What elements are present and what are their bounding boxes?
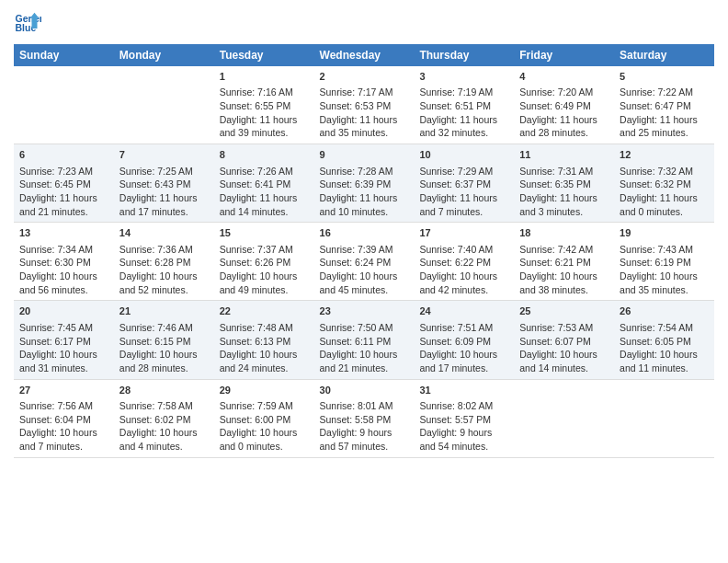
day-info: Sunrise: 8:01 AM Sunset: 5:58 PM Dayligh…: [320, 399, 409, 454]
day-info: Sunrise: 7:50 AM Sunset: 6:11 PM Dayligh…: [320, 321, 409, 375]
day-info: Sunrise: 7:43 AM Sunset: 6:19 PM Dayligh…: [620, 243, 709, 297]
calendar-cell: 1Sunrise: 7:16 AM Sunset: 6:55 PM Daylig…: [214, 66, 314, 144]
calendar-cell: 22Sunrise: 7:48 AM Sunset: 6:13 PM Dayli…: [214, 301, 314, 379]
day-number: 9: [320, 148, 409, 162]
calendar-cell: 21Sunrise: 7:46 AM Sunset: 6:15 PM Dayli…: [114, 301, 214, 379]
weekday-header-wednesday: Wednesday: [314, 44, 415, 66]
day-info: Sunrise: 7:46 AM Sunset: 6:15 PM Dayligh…: [119, 321, 209, 375]
logo: General Blue: [14, 9, 45, 37]
calendar-cell: 27Sunrise: 7:56 AM Sunset: 6:04 PM Dayli…: [14, 379, 114, 457]
calendar-cell: 15Sunrise: 7:37 AM Sunset: 6:26 PM Dayli…: [214, 223, 314, 301]
weekday-header-friday: Friday: [514, 44, 614, 66]
calendar-cell: 17Sunrise: 7:40 AM Sunset: 6:22 PM Dayli…: [414, 223, 514, 301]
day-info: Sunrise: 7:45 AM Sunset: 6:17 PM Dayligh…: [19, 321, 108, 375]
day-number: 13: [19, 226, 108, 240]
day-number: 18: [519, 226, 609, 240]
day-number: 28: [119, 384, 209, 397]
day-number: 14: [119, 226, 209, 240]
day-number: 29: [220, 384, 309, 397]
calendar-cell: 11Sunrise: 7:31 AM Sunset: 6:35 PM Dayli…: [514, 144, 614, 223]
day-number: 25: [519, 304, 609, 318]
day-info: Sunrise: 7:17 AM Sunset: 6:53 PM Dayligh…: [320, 86, 409, 140]
day-info: Sunrise: 7:29 AM Sunset: 6:37 PM Dayligh…: [419, 165, 508, 219]
calendar-week-row: 1Sunrise: 7:16 AM Sunset: 6:55 PM Daylig…: [14, 66, 714, 144]
day-number: 15: [220, 226, 309, 240]
weekday-header-sunday: Sunday: [14, 44, 114, 66]
day-number: 2: [320, 70, 409, 84]
day-number: 8: [220, 148, 309, 162]
day-number: 10: [419, 148, 508, 162]
day-info: Sunrise: 7:59 AM Sunset: 6:00 PM Dayligh…: [220, 399, 309, 454]
calendar-cell: 29Sunrise: 7:59 AM Sunset: 6:00 PM Dayli…: [214, 379, 314, 457]
day-info: Sunrise: 7:56 AM Sunset: 6:04 PM Dayligh…: [19, 399, 108, 454]
day-info: Sunrise: 7:48 AM Sunset: 6:13 PM Dayligh…: [220, 321, 309, 375]
logo-icon: General Blue: [14, 9, 41, 37]
calendar-cell: 13Sunrise: 7:34 AM Sunset: 6:30 PM Dayli…: [14, 223, 114, 301]
calendar-cell: 16Sunrise: 7:39 AM Sunset: 6:24 PM Dayli…: [314, 223, 415, 301]
weekday-header-thursday: Thursday: [414, 44, 514, 66]
calendar-week-row: 27Sunrise: 7:56 AM Sunset: 6:04 PM Dayli…: [14, 379, 714, 457]
calendar-cell: 8Sunrise: 7:26 AM Sunset: 6:41 PM Daylig…: [214, 144, 314, 223]
calendar-cell: 9Sunrise: 7:28 AM Sunset: 6:39 PM Daylig…: [314, 144, 415, 223]
weekday-row: SundayMondayTuesdayWednesdayThursdayFrid…: [14, 44, 714, 66]
day-number: 22: [220, 304, 309, 318]
weekday-header-monday: Monday: [114, 44, 214, 66]
weekday-header-saturday: Saturday: [614, 44, 714, 66]
day-number: 20: [19, 304, 108, 318]
day-info: Sunrise: 7:23 AM Sunset: 6:45 PM Dayligh…: [19, 165, 108, 219]
calendar-header: SundayMondayTuesdayWednesdayThursdayFrid…: [14, 44, 714, 66]
day-info: Sunrise: 7:34 AM Sunset: 6:30 PM Dayligh…: [19, 243, 108, 297]
day-info: Sunrise: 8:02 AM Sunset: 5:57 PM Dayligh…: [419, 399, 508, 454]
calendar-week-row: 13Sunrise: 7:34 AM Sunset: 6:30 PM Dayli…: [14, 223, 714, 301]
calendar-cell: 31Sunrise: 8:02 AM Sunset: 5:57 PM Dayli…: [414, 379, 514, 457]
calendar-week-row: 20Sunrise: 7:45 AM Sunset: 6:17 PM Dayli…: [14, 301, 714, 379]
calendar-cell: 7Sunrise: 7:25 AM Sunset: 6:43 PM Daylig…: [114, 144, 214, 223]
calendar-cell: 25Sunrise: 7:53 AM Sunset: 6:07 PM Dayli…: [514, 301, 614, 379]
day-info: Sunrise: 7:36 AM Sunset: 6:28 PM Dayligh…: [119, 243, 209, 297]
calendar-cell: [514, 379, 614, 457]
calendar-cell: 23Sunrise: 7:50 AM Sunset: 6:11 PM Dayli…: [314, 301, 415, 379]
calendar-cell: 20Sunrise: 7:45 AM Sunset: 6:17 PM Dayli…: [14, 301, 114, 379]
calendar-cell: [114, 66, 214, 144]
day-info: Sunrise: 7:16 AM Sunset: 6:55 PM Dayligh…: [220, 86, 309, 140]
day-info: Sunrise: 7:32 AM Sunset: 6:32 PM Dayligh…: [620, 165, 709, 219]
day-info: Sunrise: 7:20 AM Sunset: 6:49 PM Dayligh…: [519, 86, 609, 140]
day-number: 5: [620, 70, 709, 84]
day-number: 3: [419, 70, 508, 84]
page-header: General Blue: [14, 9, 714, 37]
calendar-cell: 12Sunrise: 7:32 AM Sunset: 6:32 PM Dayli…: [614, 144, 714, 223]
weekday-header-tuesday: Tuesday: [214, 44, 314, 66]
day-number: 11: [519, 148, 609, 162]
calendar-body: 1Sunrise: 7:16 AM Sunset: 6:55 PM Daylig…: [14, 66, 714, 457]
day-number: 16: [320, 226, 409, 240]
calendar-cell: 5Sunrise: 7:22 AM Sunset: 6:47 PM Daylig…: [614, 66, 714, 144]
day-info: Sunrise: 7:54 AM Sunset: 6:05 PM Dayligh…: [620, 321, 709, 375]
calendar-cell: 3Sunrise: 7:19 AM Sunset: 6:51 PM Daylig…: [414, 66, 514, 144]
day-info: Sunrise: 7:22 AM Sunset: 6:47 PM Dayligh…: [620, 86, 709, 140]
calendar-week-row: 6Sunrise: 7:23 AM Sunset: 6:45 PM Daylig…: [14, 144, 714, 223]
day-info: Sunrise: 7:42 AM Sunset: 6:21 PM Dayligh…: [519, 243, 609, 297]
day-number: 19: [620, 226, 709, 240]
day-info: Sunrise: 7:58 AM Sunset: 6:02 PM Dayligh…: [119, 399, 209, 454]
day-info: Sunrise: 7:40 AM Sunset: 6:22 PM Dayligh…: [419, 243, 508, 297]
calendar-table: SundayMondayTuesdayWednesdayThursdayFrid…: [14, 44, 714, 458]
calendar-cell: [614, 379, 714, 457]
day-number: 7: [119, 148, 209, 162]
day-number: 31: [419, 384, 508, 397]
day-number: 27: [19, 384, 108, 397]
calendar-cell: [14, 66, 114, 144]
day-number: 17: [419, 226, 508, 240]
day-number: 30: [320, 384, 409, 397]
day-number: 12: [620, 148, 709, 162]
calendar-cell: 18Sunrise: 7:42 AM Sunset: 6:21 PM Dayli…: [514, 223, 614, 301]
day-number: 6: [19, 148, 108, 162]
day-info: Sunrise: 7:53 AM Sunset: 6:07 PM Dayligh…: [519, 321, 609, 375]
day-info: Sunrise: 7:25 AM Sunset: 6:43 PM Dayligh…: [119, 165, 209, 219]
calendar-cell: 28Sunrise: 7:58 AM Sunset: 6:02 PM Dayli…: [114, 379, 214, 457]
day-info: Sunrise: 7:19 AM Sunset: 6:51 PM Dayligh…: [419, 86, 508, 140]
day-info: Sunrise: 7:28 AM Sunset: 6:39 PM Dayligh…: [320, 165, 409, 219]
calendar-cell: 19Sunrise: 7:43 AM Sunset: 6:19 PM Dayli…: [614, 223, 714, 301]
day-info: Sunrise: 7:31 AM Sunset: 6:35 PM Dayligh…: [519, 165, 609, 219]
day-number: 26: [620, 304, 709, 318]
day-info: Sunrise: 7:26 AM Sunset: 6:41 PM Dayligh…: [220, 165, 309, 219]
